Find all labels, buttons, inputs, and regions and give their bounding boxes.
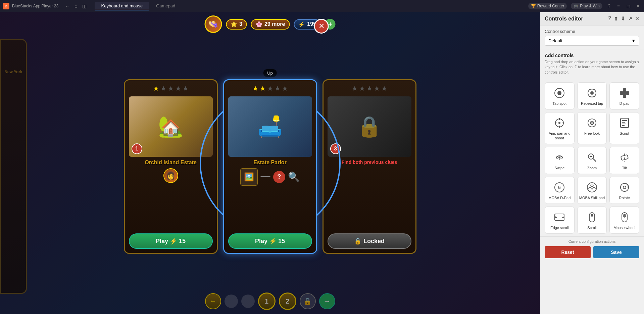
- play-win-icon: 🎮: [574, 4, 579, 8]
- control-moba-skill-pad[interactable]: MOBA Skill pad: [577, 177, 607, 204]
- control-scheme-section: Control scheme Default ▼: [540, 26, 644, 49]
- card-clue-row: 🖼️ ? 🔍: [228, 168, 312, 186]
- control-scheme-label: Control scheme: [545, 29, 639, 34]
- control-zoom[interactable]: Zoom: [577, 147, 607, 174]
- clue-magnify: 🔍: [288, 171, 300, 182]
- back-button[interactable]: ←: [64, 3, 71, 9]
- app-logo: B: [3, 3, 9, 9]
- flower-label: 29 more: [264, 21, 285, 27]
- panel-header: Controls editor ? ⬆ ⬇ ↗ ✕: [540, 12, 644, 26]
- star-1e: ★: [252, 84, 258, 92]
- reward-icon: 🏆: [531, 4, 536, 8]
- rotate-icon: [617, 180, 632, 194]
- rotate-label: Rotate: [619, 196, 630, 200]
- panel-export-icon[interactable]: ⬇: [621, 15, 625, 22]
- game-area: 👒 ⭐ 3 🌸 29 more ⚡ 195 + ✕ New York: [0, 12, 540, 314]
- card-locked: ★ ★ ★ ★ ★ 🔒 3 Find both previous clues 🔒…: [323, 79, 416, 254]
- reward-center-label: Reward Center: [537, 4, 564, 8]
- star-2: ★: [160, 84, 166, 92]
- control-tap-spot[interactable]: Tap spot: [545, 82, 575, 109]
- svg-point-35: [593, 187, 595, 190]
- reset-button[interactable]: Reset: [545, 246, 591, 258]
- recents-button[interactable]: ◫: [81, 3, 88, 9]
- reward-center-button[interactable]: 🏆 Reward Center: [528, 3, 567, 9]
- mouse-wheel-icon: [617, 210, 632, 224]
- card-image-orchid: 🏡 1: [129, 96, 213, 157]
- play-btn-locked: 🔒Locked: [328, 233, 411, 249]
- star-4l: ★: [374, 84, 380, 92]
- chevron-down-icon: ▼: [631, 38, 636, 43]
- panel-header-icons: ? ⬆ ⬇ ↗ ✕: [608, 15, 639, 22]
- panel-help-icon[interactable]: ?: [608, 15, 611, 22]
- control-swipe[interactable]: Swipe: [545, 147, 575, 174]
- restore-button[interactable]: ◻: [625, 3, 632, 9]
- panel-close-icon[interactable]: ✕: [635, 15, 639, 22]
- moba-d-pad-icon: 6: [552, 180, 566, 194]
- control-tilt[interactable]: Tilt: [609, 147, 639, 174]
- control-d-pad[interactable]: D-pad: [609, 82, 639, 109]
- panel-import-icon[interactable]: ⬆: [614, 15, 618, 22]
- card-stars-estate: ★ ★ ★ ★ ★: [228, 84, 312, 92]
- control-moba-d-pad[interactable]: 6 MOBA D-Pad: [545, 177, 575, 204]
- svg-point-37: [623, 186, 626, 189]
- d-pad-icon: [617, 86, 632, 100]
- mouse-wheel-label: Mouse wheel: [613, 226, 635, 230]
- panel-share-icon[interactable]: ↗: [628, 15, 632, 22]
- swipe-icon: [552, 150, 566, 165]
- tilt-label: Tilt: [622, 166, 627, 170]
- save-button[interactable]: Save: [593, 246, 639, 258]
- tab-keyboard-mouse[interactable]: Keyboard and mouse: [95, 2, 150, 10]
- card-orchid[interactable]: ★ ★ ★ ★ ★ 🏡 1 Orchid Island Estate 👩 Pla…: [124, 79, 218, 254]
- control-rotate[interactable]: Rotate: [609, 177, 639, 204]
- tap-spot-icon: [552, 86, 566, 100]
- control-scheme-dropdown[interactable]: Default ▼: [545, 36, 639, 46]
- scroll-label: Scroll: [587, 226, 597, 230]
- home-button[interactable]: ⌂: [73, 3, 79, 9]
- script-icon: [617, 116, 632, 130]
- moba-d-pad-label: MOBA D-Pad: [548, 196, 571, 200]
- card-title-estate: Estate Parlor: [228, 160, 312, 166]
- current-config-section: Current configuration actions Reset Save: [540, 236, 644, 261]
- app-name: BlueStacks App Player 23: [12, 4, 58, 8]
- star-3l: ★: [366, 84, 373, 92]
- current-config-label: Current configuration actions: [545, 239, 639, 243]
- star-4: ★: [175, 84, 181, 92]
- svg-rect-4: [623, 88, 626, 92]
- close-game-button[interactable]: ✕: [314, 19, 329, 34]
- control-repeated-tap[interactable]: Repeated tap: [577, 82, 607, 109]
- play-btn-orchid[interactable]: Play ⚡ 15: [129, 233, 213, 249]
- star-3: ★: [168, 84, 174, 92]
- help-button[interactable]: ?: [606, 3, 612, 9]
- flower-counter: 🌸 29 more: [251, 19, 290, 30]
- star-counter: ⭐ 3: [226, 19, 247, 30]
- control-script[interactable]: Script: [609, 112, 639, 144]
- star-4e: ★: [275, 84, 281, 92]
- tap-spot-label: Tap spot: [553, 101, 567, 106]
- control-aim-pan[interactable]: Aim, pan and shoot: [545, 112, 575, 144]
- add-controls-section: Add controls Drag and drop an action on …: [540, 49, 644, 82]
- repeated-tap-icon: [585, 86, 599, 100]
- tab-gamepad[interactable]: Gamepad: [149, 2, 182, 10]
- card-estate[interactable]: ★ ★ ★ ★ ★ 🛋️ Estate Parlor 🖼️ ? 🔍: [223, 79, 317, 254]
- control-free-look[interactable]: Free look: [577, 112, 607, 144]
- menu-button[interactable]: ≡: [616, 3, 621, 9]
- close-button[interactable]: ✕: [635, 3, 641, 9]
- play-win-button[interactable]: 🎮 Play & Win: [571, 3, 602, 9]
- card-title-orchid: Orchid Island Estate: [129, 160, 213, 166]
- moba-skill-pad-label: MOBA Skill pad: [579, 196, 605, 200]
- d-pad-label: D-pad: [620, 101, 630, 106]
- control-edge-scroll[interactable]: Edge scroll: [545, 207, 575, 234]
- control-scroll[interactable]: Scroll: [577, 207, 607, 234]
- panel-title: Controls editor: [545, 16, 583, 22]
- svg-marker-38: [627, 186, 629, 187]
- locked-label: Locked: [363, 238, 385, 244]
- player-avatar: 👒: [204, 15, 222, 33]
- svg-rect-45: [591, 214, 593, 217]
- aim-pan-label: Aim, pan and shoot: [546, 131, 573, 140]
- moba-skill-pad-icon: [585, 180, 599, 194]
- play-btn-estate[interactable]: Play ⚡ 15: [228, 233, 312, 249]
- side-panel: Controls editor ? ⬆ ⬇ ↗ ✕ Control scheme…: [540, 12, 644, 314]
- control-mouse-wheel[interactable]: Mouse wheel: [609, 207, 639, 234]
- play-win-label: Play & Win: [580, 4, 600, 8]
- controls-grid: Tap spot Repeated tap: [540, 82, 644, 234]
